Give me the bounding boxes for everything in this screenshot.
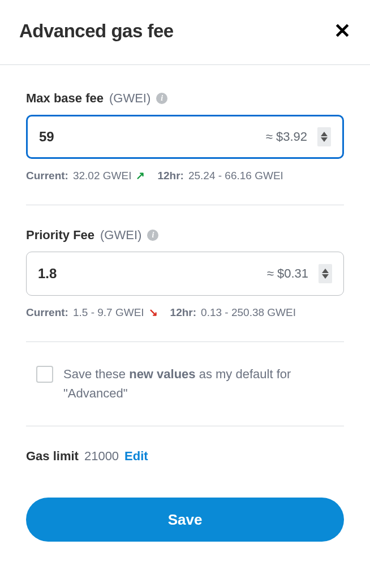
max-base-fee-input[interactable] <box>39 129 266 145</box>
save-button[interactable]: Save <box>26 498 344 542</box>
priority-fee-input-wrap[interactable]: ≈ $0.31 <box>26 252 344 296</box>
info-icon[interactable]: i <box>156 93 167 104</box>
save-default-bold: new values <box>129 367 195 381</box>
max-base-fee-label-row: Max base fee (GWEI) i <box>26 91 344 106</box>
modal-header: Advanced gas fee ✕ <box>0 0 370 64</box>
twelve-hr-label: 12hr: <box>170 306 196 319</box>
save-default-prefix: Save these <box>63 367 129 381</box>
info-icon[interactable]: i <box>147 230 158 241</box>
gas-limit-value: 21000 <box>84 449 119 464</box>
section-divider <box>26 205 344 205</box>
priority-fee-unit: (GWEI) <box>100 228 141 243</box>
current-value: 1.5 - 9.7 GWEI <box>73 306 144 319</box>
save-default-checkbox[interactable] <box>36 366 53 383</box>
priority-fee-label-row: Priority Fee (GWEI) i <box>26 228 344 243</box>
save-default-label: Save these new values as my default for … <box>63 365 334 403</box>
twelve-hr-value: 0.13 - 250.38 GWEI <box>201 306 296 319</box>
priority-fee-label: Priority Fee <box>26 228 94 243</box>
chevron-down-icon[interactable] <box>321 137 328 142</box>
chevron-up-icon[interactable] <box>321 132 328 136</box>
current-label: Current: <box>26 170 68 182</box>
max-base-fee-stats: Current: 32.02 GWEI ↗ 12hr: 25.24 - 66.1… <box>26 169 344 182</box>
priority-fee-approx: ≈ $0.31 <box>267 266 308 281</box>
gas-limit-row: Gas limit 21000 Edit <box>26 449 344 464</box>
max-base-fee-unit: (GWEI) <box>109 91 150 106</box>
priority-fee-input[interactable] <box>38 266 267 282</box>
max-base-fee-label: Max base fee <box>26 91 104 106</box>
chevron-down-icon[interactable] <box>322 274 329 279</box>
close-icon[interactable]: ✕ <box>334 21 351 41</box>
trend-down-icon: ↘ <box>149 306 158 319</box>
priority-fee-stepper[interactable] <box>319 264 332 283</box>
gas-limit-edit-link[interactable]: Edit <box>124 449 148 464</box>
section-divider <box>26 341 344 342</box>
priority-fee-section: Priority Fee (GWEI) i ≈ $0.31 Current: 1… <box>26 228 344 319</box>
max-base-fee-input-wrap[interactable]: ≈ $3.92 <box>26 115 344 159</box>
priority-fee-stats: Current: 1.5 - 9.7 GWEI ↘ 12hr: 0.13 - 2… <box>26 306 344 319</box>
advanced-gas-fee-modal: Advanced gas fee ✕ Max base fee (GWEI) i… <box>0 0 370 588</box>
modal-content: Max base fee (GWEI) i ≈ $3.92 Current: 3… <box>0 65 370 542</box>
modal-title: Advanced gas fee <box>19 20 174 42</box>
max-base-fee-approx: ≈ $3.92 <box>266 129 307 144</box>
current-label: Current: <box>26 306 68 319</box>
chevron-up-icon[interactable] <box>322 269 329 273</box>
gas-limit-label: Gas limit <box>26 449 79 464</box>
current-value: 32.02 GWEI <box>73 170 132 182</box>
save-default-row: Save these new values as my default for … <box>26 365 344 403</box>
max-base-fee-stepper[interactable] <box>317 127 331 146</box>
twelve-hr-label: 12hr: <box>157 170 183 182</box>
section-divider <box>26 426 344 426</box>
max-base-fee-section: Max base fee (GWEI) i ≈ $3.92 Current: 3… <box>26 91 344 182</box>
twelve-hr-value: 25.24 - 66.16 GWEI <box>188 170 283 182</box>
trend-up-icon: ↗ <box>136 169 145 182</box>
